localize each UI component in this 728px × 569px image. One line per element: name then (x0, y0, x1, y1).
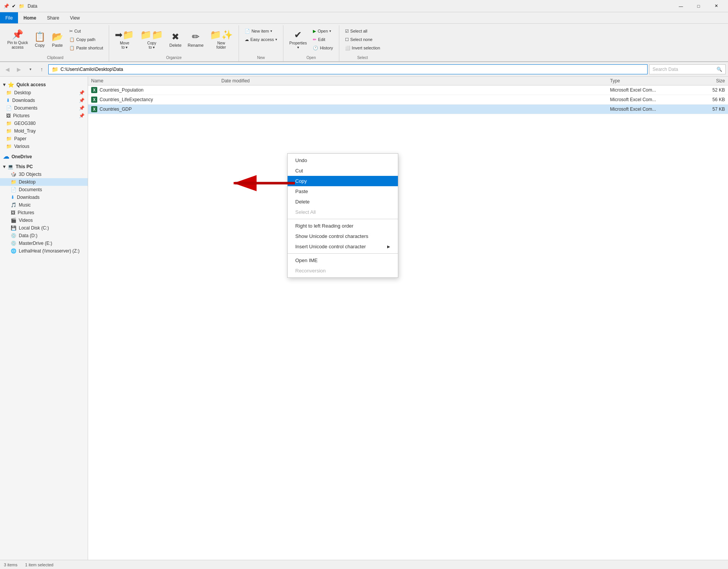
sidebar-item-downloads-pc[interactable]: ⬇ Downloads (0, 193, 88, 201)
paste-shortcut-button[interactable]: 📋 Paste shortcut (67, 44, 106, 52)
file-size: 52 KB (687, 87, 725, 93)
red-arrow-annotation (230, 172, 299, 195)
sidebar-item-various[interactable]: 📁 Various (0, 143, 88, 150)
scissors-icon: ✂ (69, 29, 73, 34)
sidebar-item-documents-qa[interactable]: 📄 Documents 📌 (0, 104, 88, 112)
sidebar-item-3dobjects[interactable]: 🎲 3D Objects (0, 171, 88, 178)
quick-access-collapse-icon: ▾ (3, 82, 5, 87)
easy-access-arrow: ▾ (275, 38, 277, 41)
ctx-open-ime[interactable]: Open IME (288, 255, 398, 266)
close-button[interactable]: ✕ (707, 0, 725, 12)
quick-access-header[interactable]: ▾ ⭐ Quick access (0, 80, 88, 89)
new-item-button[interactable]: 📄 New item ▾ (242, 27, 280, 35)
sidebar-item-music[interactable]: 🎵 Music (0, 201, 88, 209)
col-type-header[interactable]: Type (610, 78, 687, 84)
title-bar: 📌 ✔ 📁 Data — □ ✕ (0, 0, 728, 12)
search-box[interactable]: Search Data 🔍 (649, 64, 726, 74)
sidebar-various-icon: 📁 (6, 144, 12, 149)
sidebar-item-pictures-pc[interactable]: 🖼 Pictures (0, 209, 88, 216)
col-name-header[interactable]: Name (91, 78, 221, 84)
onedrive-section: ☁ OneDrive (0, 152, 88, 161)
pin-label: Pin to Quickaccess (7, 41, 28, 50)
ctx-paste[interactable]: Paste (288, 186, 398, 197)
table-row[interactable]: X Countries_Population Microsoft Excel C… (88, 85, 728, 95)
invert-selection-button[interactable]: ⬜ Invert selection (342, 44, 383, 52)
tab-file[interactable]: File (0, 12, 18, 23)
sidebar-item-lethalheat[interactable]: 🌐 LethalHeat (\\moraserver) (Z:) (0, 247, 88, 255)
open-button[interactable]: ▶ Open ▾ (310, 27, 335, 35)
sidebar-item-moldtray[interactable]: 📁 Mold_Tray (0, 127, 88, 135)
sidebar-item-data-d[interactable]: 💿 Data (D:) (0, 232, 88, 239)
new-folder-label: Newfolder (216, 41, 226, 49)
ctx-unicode-show[interactable]: Show Unicode control characters (288, 231, 398, 241)
items-count: 3 items (4, 562, 17, 567)
ctx-copy[interactable]: Copy (288, 176, 398, 186)
delete-button[interactable]: ✖ Delete (167, 26, 184, 53)
sidebar-item-pictures-qa[interactable]: 🖼 Pictures 📌 (0, 112, 88, 120)
easy-access-button[interactable]: ☁ Easy access ▾ (242, 35, 280, 44)
copy-button[interactable]: 📋 Copy (31, 26, 48, 53)
sidebar-item-thispc[interactable]: ▾ 💻 This PC (0, 163, 88, 171)
tab-home[interactable]: Home (18, 12, 41, 23)
this-pc-label: This PC (16, 164, 33, 169)
sidebar-paper-label: Paper (14, 136, 26, 141)
pictures-pc-label: Pictures (18, 210, 34, 215)
check-icon: ✔ (11, 3, 17, 9)
sidebar-downloads-label: Downloads (12, 98, 35, 103)
select-all-icon: ☑ (345, 29, 349, 34)
history-button[interactable]: 🕐 History (310, 44, 335, 52)
open-col: ▶ Open ▾ ✏ Edit 🕐 History (310, 26, 335, 60)
select-buttons: ☑ Select all ☐ Select none ⬜ Invert sele… (342, 25, 383, 67)
sidebar-paper-icon: 📁 (6, 136, 12, 141)
minimize-button[interactable]: — (672, 0, 690, 12)
ribbon: 📌 Pin to Quickaccess 📋 Copy 📂 Paste ✂ Cu… (0, 24, 728, 62)
tab-share[interactable]: Share (42, 12, 65, 23)
tab-view[interactable]: View (65, 12, 85, 23)
new-item-arrow: ▾ (270, 29, 272, 33)
sidebar-geog-label: GEOG380 (14, 121, 36, 126)
copy-path-icon: 📋 (69, 37, 75, 42)
data-d-icon: 💿 (11, 233, 16, 238)
select-all-button[interactable]: ☑ Select all (342, 27, 383, 35)
sidebar-item-onedrive[interactable]: ☁ OneDrive (0, 152, 88, 161)
table-row[interactable]: X Countries_LifeExpectancy Microsoft Exc… (88, 95, 728, 105)
sidebar-item-desktop-qa[interactable]: 📁 Desktop 📌 (0, 89, 88, 97)
sidebar-item-documents-pc[interactable]: 📄 Documents (0, 186, 88, 193)
ctx-undo[interactable]: Undo (288, 155, 398, 166)
sidebar-item-paper[interactable]: 📁 Paper (0, 135, 88, 143)
ctx-cut[interactable]: Cut (288, 166, 398, 176)
ctx-rtl[interactable]: Right to left Reading order (288, 221, 398, 231)
music-label: Music (19, 202, 31, 208)
sidebar-item-geog[interactable]: 📁 GEOG380 (0, 120, 88, 127)
col-date-header[interactable]: Date modified (221, 78, 610, 84)
ctx-unicode-insert[interactable]: Insert Unicode control character ▶ (288, 241, 398, 252)
ctx-delete[interactable]: Delete (288, 197, 398, 207)
properties-button[interactable]: ✔ Properties▾ (286, 26, 309, 53)
submenu-arrow: ▶ (387, 244, 390, 249)
select-none-button[interactable]: ☐ Select none (342, 35, 383, 44)
edit-button[interactable]: ✏ Edit (310, 35, 335, 44)
sidebar-item-desktop-pc[interactable]: 📁 Desktop (0, 178, 88, 186)
cut-button[interactable]: ✂ Cut (67, 27, 106, 35)
move-to-button[interactable]: ➡📁 Moveto ▾ (112, 26, 137, 53)
copy-path-button[interactable]: 📋 Copy path (67, 35, 106, 44)
pin-quick-access-button[interactable]: 📌 Pin to Quickaccess (5, 26, 31, 53)
new-folder-button[interactable]: 📁✨ Newfolder (207, 26, 236, 53)
copy-to-button[interactable]: 📁📁 Copyto ▾ (137, 26, 166, 53)
properties-label: Properties▾ (290, 41, 307, 49)
col-size-header[interactable]: Size (687, 78, 725, 84)
sidebar-item-masterdrive[interactable]: 💿 MasterDrive (E:) (0, 239, 88, 247)
table-row[interactable]: X Countries_GDP Microsoft Excel Com... 5… (88, 105, 728, 114)
new-folder-icon: 📁✨ (210, 30, 233, 40)
local-disk-label: Local Disk (C:) (19, 225, 49, 231)
paste-button[interactable]: 📂 Paste (49, 26, 66, 53)
rename-button[interactable]: ✏ Rename (185, 26, 206, 53)
sidebar-downloads-icon: ⬇ (6, 98, 10, 103)
sidebar-item-videos[interactable]: 🎬 Videos (0, 216, 88, 224)
search-placeholder: Search Data (653, 67, 678, 72)
data-d-label: Data (D:) (19, 233, 38, 238)
open-label: Open (283, 56, 339, 60)
sidebar-item-downloads-qa[interactable]: ⬇ Downloads 📌 (0, 97, 88, 104)
sidebar-item-local-disk[interactable]: 💾 Local Disk (C:) (0, 224, 88, 232)
maximize-button[interactable]: □ (690, 0, 707, 12)
